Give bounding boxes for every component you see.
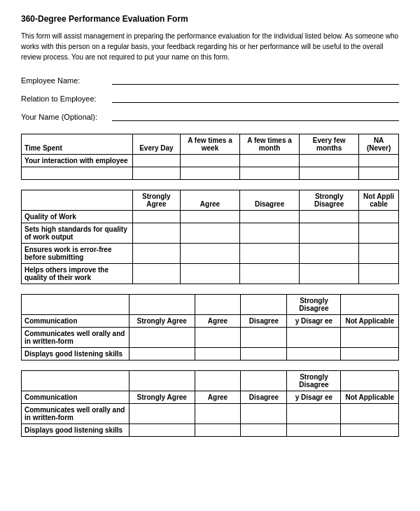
cell[interactable]	[359, 264, 399, 284]
communication-label-1: Communication	[22, 315, 130, 328]
cell[interactable]	[287, 404, 341, 424]
cell[interactable]	[287, 424, 341, 437]
communication-table-1: Strongly Disagree Communication Strongly…	[21, 294, 399, 360]
your-name-row: Your Name (Optional):	[21, 110, 399, 121]
col-disagree-4	[241, 371, 287, 391]
cell[interactable]	[130, 348, 195, 360]
col-strongly-disagree-4: Strongly Disagree	[287, 371, 341, 391]
cell	[300, 211, 359, 223]
relation-row: Relation to Employee:	[21, 92, 399, 103]
col-strongly-disagree-3: Strongly Disagree	[287, 295, 341, 315]
col-time-spent: Time Spent	[22, 134, 133, 155]
employee-name-label: Employee Name:	[21, 76, 112, 85]
your-name-input[interactable]	[112, 110, 399, 121]
col-agree-label-4: Agree	[195, 391, 241, 404]
cell[interactable]	[240, 167, 300, 180]
cell[interactable]	[287, 348, 341, 360]
col-few-times-week: A few times a week	[180, 134, 239, 155]
cell[interactable]	[132, 223, 180, 244]
cell[interactable]	[359, 223, 399, 244]
cell[interactable]	[241, 424, 287, 437]
table-row: Your interaction with employee	[22, 155, 399, 167]
cell[interactable]	[341, 348, 399, 360]
cell[interactable]	[341, 404, 399, 424]
cell[interactable]	[132, 264, 180, 284]
cell[interactable]	[132, 167, 180, 180]
cell[interactable]	[130, 424, 195, 437]
cell[interactable]	[180, 155, 239, 167]
col-na-never: NA (Never)	[359, 134, 399, 155]
col-not-applicable-4	[341, 371, 399, 391]
col-strongly-disagree: Strongly Disagree	[300, 190, 359, 211]
row-label: Helps others improve the quality of thei…	[22, 264, 133, 284]
cell[interactable]	[359, 244, 399, 264]
col-strongly-agree-label-4: Strongly Agree	[130, 391, 195, 404]
employee-name-input[interactable]	[112, 74, 399, 85]
relation-input[interactable]	[112, 92, 399, 103]
col-strongly-agree-4	[130, 371, 195, 391]
cell[interactable]	[180, 167, 239, 180]
row-label: Communicates well orally and in written-…	[22, 404, 130, 424]
cell[interactable]	[241, 348, 287, 360]
cell[interactable]	[180, 264, 239, 284]
cell	[180, 211, 239, 223]
cell[interactable]	[130, 328, 195, 348]
col-strongly-agree: Strongly Agree	[132, 190, 180, 211]
col-comm-header-4	[22, 371, 130, 391]
cell[interactable]	[300, 264, 359, 284]
col-quality-header	[22, 190, 133, 211]
col-few-times-month: A few times a month	[240, 134, 300, 155]
cell[interactable]	[240, 223, 300, 244]
col-disagree-3	[241, 295, 287, 315]
quality-of-work-label: Quality of Work	[22, 211, 133, 223]
cell[interactable]	[341, 424, 399, 437]
cell[interactable]	[240, 244, 300, 264]
cell	[132, 211, 180, 223]
table-row: Displays good listening skills	[22, 348, 399, 360]
cell[interactable]	[300, 223, 359, 244]
cell[interactable]	[195, 328, 241, 348]
cell[interactable]	[300, 167, 359, 180]
col-not-applicable-label-4: Not Applicable	[341, 391, 399, 404]
communication-table-2: Strongly Disagree Communication Strongly…	[21, 370, 399, 437]
row-label: Sets high standards for quality of work …	[22, 223, 133, 244]
col-strongly-disagree-label-4: y Disagr ee	[287, 391, 341, 404]
cell[interactable]	[240, 155, 300, 167]
cell[interactable]	[341, 328, 399, 348]
cell[interactable]	[300, 244, 359, 264]
cell[interactable]	[195, 348, 241, 360]
cell[interactable]	[130, 404, 195, 424]
col-disagree-label-3: Disagree	[241, 315, 287, 328]
communication-label-2: Communication	[22, 391, 130, 404]
cell[interactable]	[132, 244, 180, 264]
cell[interactable]	[241, 404, 287, 424]
col-strongly-agree-label-3: Strongly Agree	[130, 315, 195, 328]
col-disagree: Disagree	[240, 190, 300, 211]
table-row: Sets high standards for quality of work …	[22, 223, 399, 244]
quality-of-work-table: Strongly Agree Agree Disagree Strongly D…	[21, 190, 399, 284]
cell[interactable]	[132, 155, 180, 167]
col-not-applicable-label-3: Not Applicable	[341, 315, 399, 328]
table-row: Communicates well orally and in written-…	[22, 328, 399, 348]
time-spent-table: Time Spent Every Day A few times a week …	[21, 134, 399, 180]
your-name-label: Your Name (Optional):	[21, 113, 112, 121]
table-row: Helps others improve the quality of thei…	[22, 264, 399, 284]
employee-name-row: Employee Name:	[21, 74, 399, 85]
col-every-few-months: Every few months	[300, 134, 359, 155]
row-label: Displays good listening skills	[22, 348, 130, 360]
cell[interactable]	[180, 244, 239, 264]
cell[interactable]	[195, 424, 241, 437]
cell[interactable]	[300, 155, 359, 167]
cell[interactable]	[240, 264, 300, 284]
col-strongly-disagree-label-3: y Disagr ee	[287, 315, 341, 328]
col-agree-4	[195, 371, 241, 391]
table-row: Ensures work is error-free before submit…	[22, 244, 399, 264]
cell[interactable]	[195, 404, 241, 424]
cell[interactable]	[241, 328, 287, 348]
cell[interactable]	[359, 167, 399, 180]
cell[interactable]	[287, 328, 341, 348]
cell[interactable]	[359, 155, 399, 167]
relation-label: Relation to Employee:	[21, 94, 112, 103]
col-not-applicable-3	[341, 295, 399, 315]
cell[interactable]	[180, 223, 239, 244]
